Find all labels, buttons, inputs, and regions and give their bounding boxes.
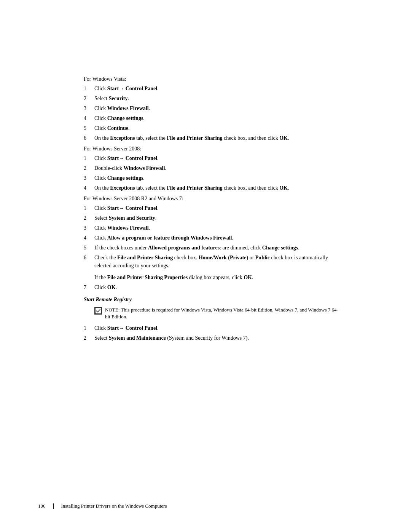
footer-title: Installing Printer Drivers on the Window…: [61, 503, 167, 509]
list-item: 4 Click Change settings.: [84, 114, 342, 122]
list-item: 7 Click OK.: [84, 283, 342, 291]
vista-steps-list: 1 Click Start→ Control Panel. 2 Select S…: [84, 85, 342, 142]
list-item: 4 Click Allow a program or feature throu…: [84, 234, 342, 242]
list-item: 2 Select Security.: [84, 94, 342, 102]
section-label-vista: For Windows Vista:: [84, 76, 342, 82]
list-item: 2 Select System and Security.: [84, 214, 342, 222]
step-number: 5: [84, 124, 94, 132]
list-item: 1 Click Start→ Control Panel.: [84, 204, 342, 212]
list-item: 6 On the Exceptions tab, select the File…: [84, 134, 342, 142]
step-text: Click Start→ Control Panel.: [94, 204, 342, 212]
step-text: Select Security.: [94, 94, 342, 102]
step-number: 1: [84, 324, 94, 332]
note-text: NOTE: This procedure is required for Win…: [105, 307, 342, 320]
step-number: 1: [84, 154, 94, 162]
step-number: 2: [84, 94, 94, 102]
list-item: 2 Select System and Maintenance (System …: [84, 334, 342, 342]
step-text: Click Start→ Control Panel.: [94, 154, 342, 162]
note-container: NOTE: This procedure is required for Win…: [94, 307, 342, 320]
list-item: 1 Click Start→ Control Panel.: [84, 324, 342, 332]
section-label-server2008: For Windows Server 2008:: [84, 146, 342, 152]
server2008-steps-list: 1 Click Start→ Control Panel. 2 Double-c…: [84, 154, 342, 192]
step-text: On the Exceptions tab, select the File a…: [94, 184, 342, 192]
checkmark-icon: [95, 308, 101, 314]
step-text: Click Start→ Control Panel.: [94, 85, 342, 93]
note-icon: [94, 307, 102, 315]
list-item: 1 Click Start→ Control Panel.: [84, 154, 342, 162]
step-number: 7: [84, 283, 94, 291]
server2008r2-steps-list: 1 Click Start→ Control Panel. 2 Select S…: [84, 204, 342, 270]
footer-divider: [53, 503, 54, 509]
list-item: 4 On the Exceptions tab, select the File…: [84, 184, 342, 192]
step-number: 6: [84, 134, 94, 142]
step-number: 1: [84, 204, 94, 212]
section-label-server2008r2: For Windows Server 2008 R2 and Windows 7…: [84, 196, 342, 202]
step-number: 3: [84, 104, 94, 112]
list-item: 2 Double-click Windows Firewall.: [84, 164, 342, 172]
step-text: Double-click Windows Firewall.: [94, 164, 342, 172]
step-text: Click Change settings.: [94, 114, 342, 122]
step-number: 3: [84, 174, 94, 182]
if-note-text: If the File and Printer Sharing Properti…: [94, 273, 342, 281]
step-number: 4: [84, 234, 94, 242]
step-number: 4: [84, 114, 94, 122]
step-text: Click Windows Firewall.: [94, 104, 342, 112]
list-item: 3 Click Windows Firewall.: [84, 224, 342, 232]
list-item: 3 Click Windows Firewall.: [84, 104, 342, 112]
step-text: Click Start→ Control Panel.: [94, 324, 342, 332]
page-footer: 106 Installing Printer Drivers on the Wi…: [0, 503, 411, 509]
step-text: Check the File and Printer Sharing check…: [94, 254, 342, 270]
step-number: 1: [84, 85, 94, 93]
list-item: 1 Click Start→ Control Panel.: [84, 85, 342, 93]
step-number: 2: [84, 334, 94, 342]
step-number: 2: [84, 164, 94, 172]
step-number: 2: [84, 214, 94, 222]
step-text: Click Allow a program or feature through…: [94, 234, 342, 242]
sub-section-title: Start Remote Registry: [84, 297, 342, 303]
step-number: 6: [84, 254, 94, 270]
step-text: Click OK.: [94, 283, 342, 291]
step-number: 3: [84, 224, 94, 232]
list-item: 3 Click Change settings.: [84, 174, 342, 182]
step-text: On the Exceptions tab, select the File a…: [94, 134, 342, 142]
step-text: Click Change settings.: [94, 174, 342, 182]
list-item: 6 Check the File and Printer Sharing che…: [84, 254, 342, 270]
step-text: If the check boxes under Allowed program…: [94, 244, 342, 252]
footer-page-number: 106: [38, 503, 46, 509]
step-text: Select System and Security.: [94, 214, 342, 222]
list-item: 5 If the check boxes under Allowed progr…: [84, 244, 342, 252]
step-text: Click Continue.: [94, 124, 342, 132]
step-text: Select System and Maintenance (System an…: [94, 334, 342, 342]
step-number: 4: [84, 184, 94, 192]
page-content: For Windows Vista: 1 Click Start→ Contro…: [0, 0, 411, 532]
list-item: 5 Click Continue.: [84, 124, 342, 132]
remote-registry-steps-list: 1 Click Start→ Control Panel. 2 Select S…: [84, 324, 342, 342]
step7-list: 7 Click OK.: [84, 283, 342, 291]
step-number: 5: [84, 244, 94, 252]
step-text: Click Windows Firewall.: [94, 224, 342, 232]
